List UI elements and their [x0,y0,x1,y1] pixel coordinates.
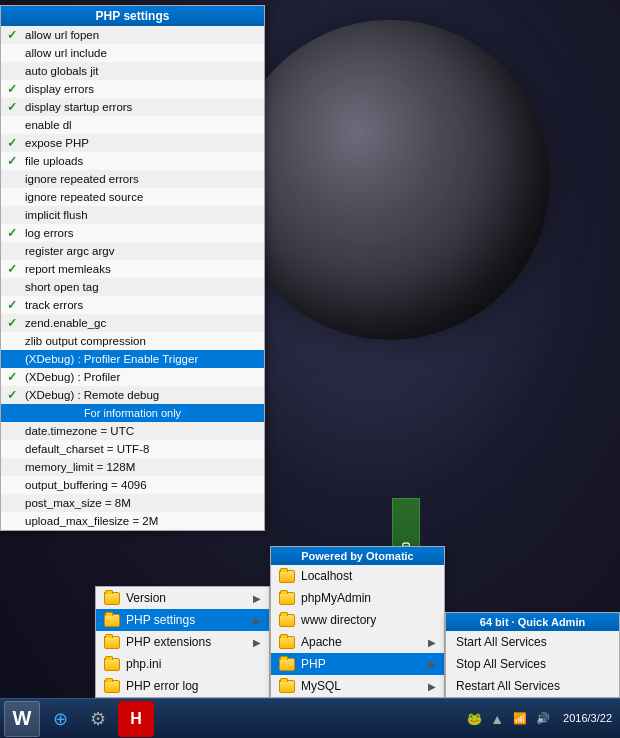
php-submenu-item-3[interactable]: Apache▶ [271,631,444,653]
php-panel-item-1[interactable]: allow url include [1,44,264,62]
folder-icon [279,680,295,693]
taskbar-icon-browser[interactable]: ⊕ [42,701,78,737]
tray-icon-network[interactable]: 📶 [510,709,530,729]
taskbar-sys-icons: 🐸 ▲ 📶 🔊 [464,709,553,729]
quick-admin-item-0[interactable]: Start All Services [446,631,619,653]
php-panel-item-17[interactable]: zlib output compression [1,332,264,350]
main-menu-item-0[interactable]: Version▶ [96,587,269,609]
menu-item-label: php.ini [126,657,161,671]
submenu-arrow-icon: ▶ [428,659,436,670]
php-settings-panel: PHP settings ✓allow url fopenallow url i… [0,5,265,531]
php-panel-item-12[interactable]: register argc argv [1,242,264,260]
taskbar-clock: 2016/3/22 [563,711,612,725]
php-submenu-header: Powered by Otomatic [271,547,444,565]
submenu-arrow-icon: ▶ [428,681,436,692]
php-panel-item-2[interactable]: auto globals jit [1,62,264,80]
php-panel-item-13[interactable]: ✓report memleaks [1,260,264,278]
php-panel-item-25[interactable]: output_buffering = 4096 [1,476,264,494]
php-panel-item-18[interactable]: (XDebug) : Profiler Enable Trigger [1,350,264,368]
php-panel-item-6[interactable]: ✓expose PHP [1,134,264,152]
php-panel-item-16[interactable]: ✓zend.enable_gc [1,314,264,332]
php-panel-item-23[interactable]: default_charset = UTF-8 [1,440,264,458]
php-submenu-item-0[interactable]: Localhost [271,565,444,587]
php-panel-item-15[interactable]: ✓track errors [1,296,264,314]
php-panel-item-26[interactable]: post_max_size = 8M [1,494,264,512]
quick-admin-menu: 64 bit · Quick AdminStart All ServicesSt… [445,612,620,698]
submenu-item-label: Localhost [301,569,352,583]
submenu-arrow-icon: ▶ [428,637,436,648]
folder-icon [104,680,120,693]
menu-item-label: PHP extensions [126,635,211,649]
php-panel-item-27[interactable]: upload_max_filesize = 2M [1,512,264,530]
php-panel-item-14[interactable]: short open tag [1,278,264,296]
php-panel-item-5[interactable]: enable dl [1,116,264,134]
php-panel-item-19[interactable]: ✓(XDebug) : Profiler [1,368,264,386]
php-panel-header: PHP settings [1,6,264,26]
php-panel-item-0[interactable]: ✓allow url fopen [1,26,264,44]
submenu-item-label: Apache [301,635,342,649]
submenu-item-label: MySQL [301,679,341,693]
php-submenu-item-5[interactable]: MySQL▶ [271,675,444,697]
folder-icon [279,658,295,671]
php-panel-item-21[interactable]: For information only [1,404,264,422]
php-panel-item-24[interactable]: memory_limit = 128M [1,458,264,476]
planet-decoration [230,20,550,340]
quick-admin-header: 64 bit · Quick Admin [446,613,619,631]
quick-admin-item-1[interactable]: Stop All Services [446,653,619,675]
quick-admin-item-2[interactable]: Restart All Services [446,675,619,697]
tray-icon-2[interactable]: ▲ [487,709,507,729]
menu-item-label: PHP error log [126,679,198,693]
main-menu-item-2[interactable]: PHP extensions▶ [96,631,269,653]
folder-icon [104,658,120,671]
submenu-item-label: phpMyAdmin [301,591,371,605]
php-panel-item-22[interactable]: date.timezone = UTC [1,422,264,440]
php-panel-item-20[interactable]: ✓(XDebug) : Remote debug [1,386,264,404]
submenu-arrow-icon: ▶ [253,637,261,648]
folder-icon [104,592,120,605]
taskbar-icons: W ⊕ ⚙ H [0,701,154,737]
main-context-menu: Version▶PHP settings▶PHP extensions▶php.… [95,586,270,698]
php-submenu-item-2[interactable]: www directory [271,609,444,631]
php-panel-item-4[interactable]: ✓display startup errors [1,98,264,116]
main-menu-item-1[interactable]: PHP settings▶ [96,609,269,631]
php-panel-item-9[interactable]: ignore repeated source [1,188,264,206]
taskbar: W ⊕ ⚙ H 🐸 ▲ 📶 🔊 2016/3/22 [0,698,620,738]
main-menu-item-3[interactable]: php.ini [96,653,269,675]
taskbar-right: 🐸 ▲ 📶 🔊 2016/3/22 [464,709,620,729]
submenu-arrow-icon: ▶ [253,615,261,626]
php-panel-item-11[interactable]: ✓log errors [1,224,264,242]
submenu-item-label: www directory [301,613,376,627]
php-panel-item-3[interactable]: ✓display errors [1,80,264,98]
taskbar-icon-word[interactable]: W [4,701,40,737]
submenu-arrow-icon: ▶ [253,593,261,604]
submenu-item-label: PHP [301,657,326,671]
folder-icon [279,636,295,649]
php-panel-item-7[interactable]: ✓file uploads [1,152,264,170]
php-submenu-item-1[interactable]: phpMyAdmin [271,587,444,609]
php-submenu: Powered by OtomaticLocalhostphpMyAdminww… [270,546,445,698]
taskbar-icon-settings[interactable]: ⚙ [80,701,116,737]
tray-icon-1[interactable]: 🐸 [464,709,484,729]
php-panel-item-10[interactable]: implicit flush [1,206,264,224]
main-menu-item-4[interactable]: PHP error log [96,675,269,697]
menu-item-label: PHP settings [126,613,195,627]
php-submenu-item-4[interactable]: PHP▶ [271,653,444,675]
php-panel-item-8[interactable]: ignore repeated errors [1,170,264,188]
folder-icon [279,614,295,627]
folder-icon [104,636,120,649]
folder-icon [104,614,120,627]
menu-item-label: Version [126,591,166,605]
php-panel-items: ✓allow url fopenallow url includeauto gl… [1,26,264,530]
tray-icon-volume[interactable]: 🔊 [533,709,553,729]
folder-icon [279,570,295,583]
taskbar-icon-h[interactable]: H [118,701,154,737]
folder-icon [279,592,295,605]
